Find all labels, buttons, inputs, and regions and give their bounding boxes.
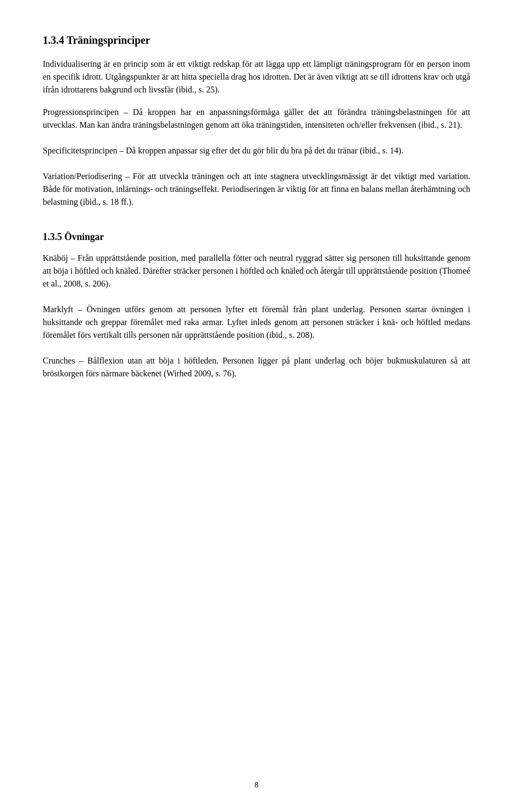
paragraph-1-3-4-3: Specificitetsprincipen – Då kroppen anpa…	[43, 144, 470, 157]
paragraph-1-3-5-1: Knäböj – Från upprättstående position, m…	[43, 252, 470, 290]
paragraph-1-3-5-3: Crunches – Bålflexion utan att böja i hö…	[43, 354, 470, 380]
page: 1.3.4 Träningsprinciper Individualiserin…	[0, 0, 513, 812]
paragraph-1-3-4-4: Variation/Periodisering – För att utveck…	[43, 170, 470, 208]
paragraph-1-3-5-2: Marklyft – Övningen utförs genom att per…	[43, 303, 470, 342]
section-1-3-5-heading: 1.3.5 Övningar	[43, 230, 470, 244]
paragraph-1-3-4-1: Individualisering är en princip som är e…	[43, 58, 470, 96]
section-1-3-4-heading: 1.3.4 Träningsprinciper	[43, 32, 470, 48]
page-number: 8	[254, 779, 259, 791]
paragraph-1-3-4-2: Progressionsprincipen – Då kroppen har e…	[43, 106, 470, 132]
